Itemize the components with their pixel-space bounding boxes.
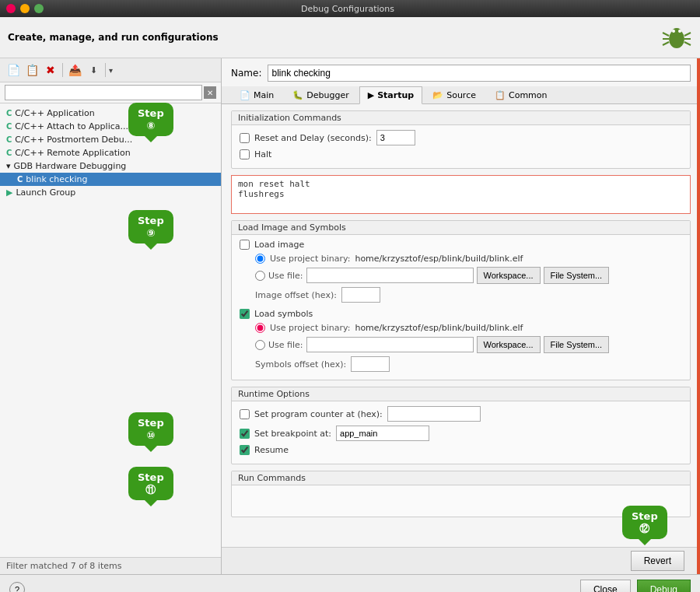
image-offset-input[interactable] [341,287,380,303]
view-menu-button[interactable]: ▾ [109,66,113,75]
tab-source-label: Source [446,90,476,100]
tree-item-gdb-hardware[interactable]: ▾ GDB Hardware Debugging [0,159,221,173]
set-pc-checkbox[interactable] [240,409,250,419]
close-button[interactable]: Close [580,580,631,592]
collapse-all-button[interactable]: ⬇ [85,61,102,79]
use-file-image-radio[interactable] [255,271,265,281]
search-input[interactable] [5,85,202,100]
launch-group-icon: ▶ [6,187,12,198]
tab-main[interactable]: 📄 Main [231,86,282,103]
run-commands-section: Run Commands [231,471,691,517]
tree-item-launch-group-label: Launch Group [16,187,75,198]
tree-item-cpp-postmortem[interactable]: C C/C++ Postmortem Debu... [0,133,221,146]
svg-line-5 [684,33,691,36]
svg-line-4 [663,42,669,45]
maximize-dot[interactable] [34,4,44,13]
toolbar: 📄 📋 ✖ 📤 ⬇ ▾ [0,58,221,82]
svg-line-2 [663,33,669,36]
set-breakpoint-checkbox[interactable] [240,429,250,439]
gdb-hardware-icon: ▾ [6,161,11,171]
reset-delay-checkbox[interactable] [240,133,250,143]
minimize-dot[interactable] [20,4,30,13]
use-file-image-input[interactable] [306,268,474,283]
load-symbols-checkbox[interactable] [240,309,250,319]
load-image-row: Load image [240,240,682,250]
runtime-options-body: Set program counter at (hex): Set breakp… [232,401,690,464]
use-project-binary-sym-radio[interactable] [255,323,265,333]
tab-startup-label: Startup [377,90,414,100]
tabs-bar: 📄 Main 🐛 Debugger ▶ Startup 📂 Source 📋 [222,86,700,104]
tree-item-blink-checking[interactable]: C blink checking [0,173,221,186]
workspace-image-button[interactable]: Workspace... [477,267,541,284]
load-image-body: Load image Use project binary: home/krzy… [232,235,690,380]
tree-item-cpp-attach-label: C/C++ Attach to Applica... [15,121,128,131]
use-project-binary-sym-path: home/krzysztof/esp/blink/build/blink.elf [355,323,523,333]
command-line-2: flushregs [238,189,684,199]
new-config-button[interactable]: 📄 [5,61,22,79]
reset-delay-input[interactable] [376,130,415,145]
load-image-title: Load Image and Symbols [232,221,690,235]
config-content: Initialization Commands Reset and Delay … [222,104,700,547]
use-file-sym-radio[interactable] [255,340,265,350]
delete-config-button[interactable]: ✖ [42,61,59,79]
load-image-section: Load Image and Symbols Load image Use pr… [231,220,691,380]
main-area: 📄 📋 ✖ 📤 ⬇ ▾ ✕ C C/C++ Application C [0,58,700,574]
resume-checkbox[interactable] [240,445,250,455]
search-clear-button[interactable]: ✕ [204,86,216,99]
tab-common-label: Common [509,90,548,100]
right-panel: Name: 📄 Main 🐛 Debugger ▶ Startup [222,58,700,574]
use-file-sym-row: Use file: Workspace... File System... [240,336,682,353]
tab-common-icon: 📋 [495,90,506,100]
set-breakpoint-row: Set breakpoint at: [240,426,682,441]
tree-item-blink-label: blink checking [26,174,87,184]
halt-label: Halt [254,149,271,159]
init-commands-body: Reset and Delay (seconds): Halt [232,125,690,168]
action-buttons: Close Debug [580,580,691,592]
filesystem-image-button[interactable]: File System... [544,267,610,284]
name-row: Name: [222,58,700,86]
svg-point-9 [678,30,681,33]
blink-checking-icon: C [17,175,23,184]
command-line-1: mon reset halt [238,179,684,189]
tab-startup-icon: ▶ [368,90,374,100]
tree-item-launch-group[interactable]: ▶ Launch Group [0,186,221,199]
use-file-sym-input[interactable] [306,337,474,352]
close-dot[interactable] [6,4,16,13]
revert-button[interactable]: Revert [631,551,684,571]
tab-common[interactable]: 📋 Common [486,86,556,103]
help-button[interactable]: ? [9,582,25,592]
cpp-remote-icon: C [6,149,12,157]
tab-main-icon: 📄 [240,90,250,100]
export-config-button[interactable]: 📤 [66,61,83,79]
runtime-options-title: Runtime Options [232,387,690,401]
halt-checkbox[interactable] [240,149,250,159]
debug-button[interactable]: Debug [637,580,691,592]
runtime-options-section: Runtime Options Set program counter at (… [231,387,691,464]
tab-startup[interactable]: ▶ Startup [359,86,422,104]
halt-row: Halt [240,149,682,159]
use-project-binary-radio[interactable] [255,254,265,264]
tree-item-cpp-app-label: C/C++ Application [15,108,94,118]
load-symbols-row: Load symbols [240,309,682,319]
symbols-offset-input[interactable] [351,356,390,372]
search-bar: ✕ [0,82,221,103]
tab-debugger[interactable]: 🐛 Debugger [284,86,357,103]
load-image-label: Load image [254,240,304,250]
tree-item-cpp-attach[interactable]: C C/C++ Attach to Applica... [0,120,221,133]
workspace-sym-button[interactable]: Workspace... [477,336,541,353]
filter-status-text: Filter matched 7 of 8 items [6,561,121,571]
name-input[interactable] [268,65,691,82]
reset-delay-label: Reset and Delay (seconds): [254,133,372,143]
symbols-offset-label: Symbols offset (hex): [255,359,346,370]
set-pc-input[interactable] [387,406,481,422]
tree-item-cpp-app[interactable]: C C/C++ Application [0,107,221,120]
filesystem-sym-button[interactable]: File System... [544,336,610,353]
tree-item-cpp-remote[interactable]: C C/C++ Remote Application [0,146,221,159]
duplicate-config-button[interactable]: 📋 [23,61,40,79]
left-panel: 📄 📋 ✖ 📤 ⬇ ▾ ✕ C C/C++ Application C [0,58,222,574]
tab-source[interactable]: 📂 Source [424,86,485,103]
filter-status: Filter matched 7 of 8 items [0,557,221,574]
load-image-checkbox[interactable] [240,240,250,250]
tree-item-cpp-remote-label: C/C++ Remote Application [15,148,130,158]
set-breakpoint-input[interactable] [336,426,429,441]
